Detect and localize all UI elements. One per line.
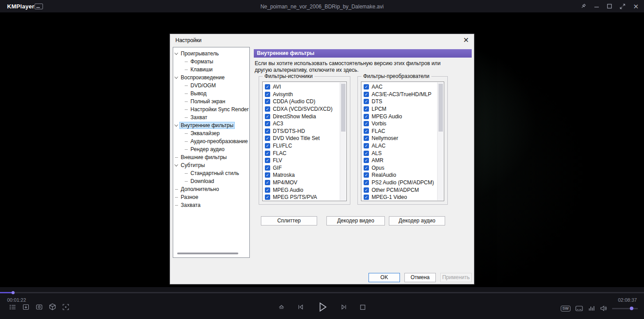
checkbox-checked-icon[interactable]: ✓ <box>265 136 270 141</box>
filter-checkbox-row[interactable]: ✓FLV <box>265 157 339 164</box>
seek-bar[interactable] <box>0 292 644 293</box>
checkbox-checked-icon[interactable]: ✓ <box>364 84 369 89</box>
filter-checkbox-row[interactable]: ✓MP4/MOV <box>265 179 339 187</box>
volume-icon[interactable] <box>600 305 608 312</box>
render-mode-badge[interactable]: SW <box>561 306 571 311</box>
source-filters-scrollbar[interactable] <box>340 82 346 200</box>
filter-checkbox-row[interactable]: ✓Opus <box>364 164 436 172</box>
checkbox-checked-icon[interactable]: ✓ <box>265 92 270 97</box>
checkbox-checked-icon[interactable]: ✓ <box>265 99 270 104</box>
checkbox-checked-icon[interactable]: ✓ <box>265 114 270 119</box>
tree-item[interactable]: Рендер аудио <box>173 145 249 153</box>
filter-checkbox-row[interactable]: ✓CDDA (Audio CD) <box>265 98 339 105</box>
scrollbar-thumb[interactable] <box>341 84 345 132</box>
chevron-down-icon[interactable] <box>173 164 179 167</box>
filter-checkbox-row[interactable]: ✓LPCM <box>364 105 436 113</box>
checkbox-checked-icon[interactable]: ✓ <box>265 128 270 134</box>
stop-icon[interactable] <box>360 304 366 311</box>
filter-checkbox-row[interactable]: ✓DVD Video Title Set <box>265 135 339 142</box>
video-decoder-button[interactable]: Декодер видео <box>326 216 385 226</box>
filter-checkbox-row[interactable]: ✓AVI <box>265 83 339 91</box>
pin-icon[interactable] <box>580 3 586 9</box>
filter-checkbox-row[interactable]: ✓Nellymoser <box>364 135 436 142</box>
miniplayer-icon[interactable] <box>35 4 43 9</box>
tree-item[interactable]: Внутренние фильтры <box>173 121 249 129</box>
close-icon[interactable]: ✕ <box>633 3 639 10</box>
checkbox-checked-icon[interactable]: ✓ <box>364 195 369 200</box>
playlist-icon[interactable] <box>9 303 16 311</box>
filter-checkbox-row[interactable]: ✓FLAC <box>265 149 339 157</box>
filter-checkbox-row[interactable]: ✓AC3 <box>265 120 339 128</box>
filter-checkbox-row[interactable]: ✓AMR <box>364 157 436 164</box>
previous-icon[interactable] <box>297 303 304 311</box>
minimize-icon[interactable] <box>594 4 599 9</box>
checkbox-checked-icon[interactable]: ✓ <box>364 158 369 163</box>
filter-checkbox-row[interactable]: ✓GIF <box>265 164 339 172</box>
download-icon[interactable] <box>22 303 30 311</box>
filter-checkbox-row[interactable]: ✓MPEG-1 Video <box>364 194 436 200</box>
checkbox-checked-icon[interactable]: ✓ <box>364 187 369 193</box>
tree-item[interactable]: Воспроизведение <box>173 74 249 82</box>
filter-checkbox-row[interactable]: ✓Matroska <box>265 171 339 179</box>
splitter-button[interactable]: Сплиттер <box>261 216 317 226</box>
checkbox-checked-icon[interactable]: ✓ <box>265 106 270 112</box>
checkbox-checked-icon[interactable]: ✓ <box>364 151 369 156</box>
ok-button[interactable]: OK <box>369 273 400 282</box>
subtitle-icon[interactable] <box>575 305 583 312</box>
tree-item[interactable]: Download <box>173 177 249 185</box>
filter-checkbox-row[interactable]: ✓Avisynth <box>265 91 339 98</box>
tree-item[interactable]: Захвата <box>173 201 249 209</box>
screen-capture-icon[interactable] <box>62 303 70 311</box>
cancel-button[interactable]: Отмена <box>404 273 436 282</box>
filter-checkbox-row[interactable]: ✓DirectShow Media <box>265 113 339 120</box>
filter-checkbox-row[interactable]: ✓Other PCM/ADPCM <box>364 186 436 194</box>
filter-checkbox-row[interactable]: ✓Vorbis <box>364 120 436 128</box>
checkbox-checked-icon[interactable]: ✓ <box>364 136 369 141</box>
checkbox-checked-icon[interactable]: ✓ <box>364 114 369 119</box>
checkbox-checked-icon[interactable]: ✓ <box>265 151 270 156</box>
tree-item[interactable]: Захват <box>173 113 249 121</box>
tree-item[interactable]: Разное <box>173 193 249 201</box>
filter-checkbox-row[interactable]: ✓MPEG Audio <box>265 186 339 194</box>
checkbox-checked-icon[interactable]: ✓ <box>265 121 270 126</box>
seek-handle[interactable] <box>12 291 15 294</box>
filter-checkbox-row[interactable]: ✓ALS <box>364 149 436 157</box>
volume-slider[interactable] <box>612 308 638 309</box>
filter-checkbox-row[interactable]: ✓MPEG Audio <box>364 113 436 120</box>
filter-checkbox-row[interactable]: ✓FLI/FLC <box>265 142 339 150</box>
checkbox-checked-icon[interactable]: ✓ <box>265 195 270 200</box>
maximize-icon[interactable] <box>607 4 612 9</box>
cube-icon[interactable] <box>49 303 56 311</box>
tree-hscroll-thumb[interactable] <box>177 253 238 254</box>
tree-item[interactable]: Субтитры <box>173 161 249 169</box>
tree-item[interactable]: Форматы <box>173 58 249 66</box>
tree-item[interactable]: DVD/OGM <box>173 82 249 89</box>
checkbox-checked-icon[interactable]: ✓ <box>364 92 369 97</box>
filter-checkbox-row[interactable]: ✓FLAC <box>364 128 436 135</box>
chevron-down-icon[interactable] <box>173 76 179 79</box>
checkbox-checked-icon[interactable]: ✓ <box>364 121 369 126</box>
checkbox-checked-icon[interactable]: ✓ <box>364 143 369 148</box>
tree-item[interactable]: Полный экран <box>173 97 249 105</box>
filter-checkbox-row[interactable]: ✓AAC <box>364 83 436 91</box>
next-icon[interactable] <box>341 303 348 311</box>
play-icon[interactable] <box>316 301 329 313</box>
fullscreen-icon[interactable] <box>620 4 625 9</box>
chevron-down-icon[interactable] <box>173 52 179 55</box>
checkbox-checked-icon[interactable]: ✓ <box>265 143 270 148</box>
checkbox-checked-icon[interactable]: ✓ <box>364 99 369 104</box>
checkbox-checked-icon[interactable]: ✓ <box>265 84 270 89</box>
scrollbar-thumb[interactable] <box>438 84 443 132</box>
tree-item[interactable]: Аудио-преобразование <box>173 137 249 145</box>
checkbox-checked-icon[interactable]: ✓ <box>364 165 369 171</box>
capture-icon[interactable] <box>35 303 43 311</box>
transform-filters-scrollbar[interactable] <box>437 82 443 200</box>
tree-item[interactable]: Проигрыватель <box>173 50 249 58</box>
dialog-close-icon[interactable]: ✕ <box>463 36 469 44</box>
tree-item[interactable]: Клавиши <box>173 66 249 74</box>
filter-checkbox-row[interactable]: ✓ALAC <box>364 142 436 150</box>
checkbox-checked-icon[interactable]: ✓ <box>265 180 270 185</box>
filter-checkbox-row[interactable]: ✓AC3/E-AC3/TrueHD/MLP <box>364 91 436 98</box>
volume-handle[interactable] <box>630 307 633 310</box>
filter-checkbox-row[interactable]: ✓DTS <box>364 98 436 105</box>
